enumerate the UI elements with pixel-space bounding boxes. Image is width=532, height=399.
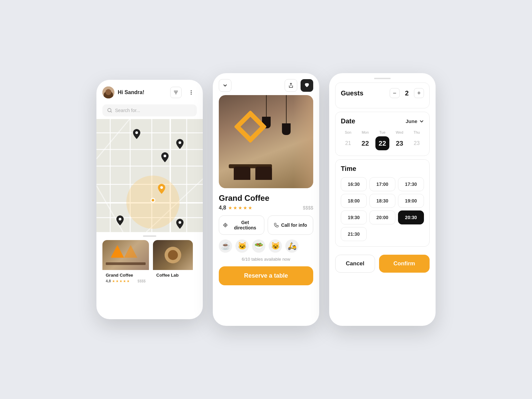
calendar-days: Son 21 Mon 22 Tue 22 Wed 23 Thu 23	[341, 130, 424, 150]
phone-detail-screen: Grand Coffee 4,8 ★ ★ ★ ★ ★ $$$$	[213, 73, 319, 326]
restaurant-meta-1: 4,8 ★ ★ ★ ★ ★ $$$$	[106, 279, 146, 283]
restaurant-card-2[interactable]: Coffee Lab	[153, 240, 193, 286]
map-pin-1	[133, 129, 140, 140]
stars-1: ★ ★ ★ ★ ★	[112, 279, 130, 283]
day-col-wed[interactable]: Wed 23	[392, 130, 407, 150]
confirm-button[interactable]: Confirm	[379, 255, 430, 273]
restaurant-detail-name: Grand Coffee	[219, 194, 313, 203]
svg-line-19	[96, 119, 130, 159]
map-pin-4	[116, 215, 124, 227]
restaurant-hero-image	[219, 95, 313, 188]
time-1800[interactable]: 18:00	[341, 194, 367, 208]
call-for-info-button[interactable]: Call for info	[268, 215, 313, 235]
directions-icon	[223, 223, 227, 227]
filter-button[interactable]	[170, 87, 182, 98]
svg-point-26	[119, 218, 121, 220]
guests-section: Guests − 2 +	[335, 82, 430, 108]
day-col-thu: Thu 23	[409, 130, 424, 150]
search-icon	[107, 108, 112, 113]
user-emoji-4: 😺	[269, 239, 282, 253]
get-directions-button[interactable]: Get directions	[219, 215, 264, 235]
top-actions	[213, 73, 319, 95]
time-1630[interactable]: 16:30	[341, 177, 367, 191]
month-selector[interactable]: June	[406, 118, 424, 124]
time-1930[interactable]: 19:30	[341, 210, 367, 224]
chevron-down-icon-date	[419, 119, 424, 124]
phone-reservation-screen: Guests − 2 + Date June	[329, 73, 436, 326]
action-buttons-right	[285, 79, 313, 92]
cancel-button[interactable]: Cancel	[335, 255, 375, 273]
restaurant-card-1[interactable]: Grand Coffee 4,8 ★ ★ ★ ★ ★	[102, 240, 149, 286]
scroll-indicator	[143, 235, 156, 237]
guests-title: Guests	[341, 89, 363, 97]
time-2130[interactable]: 21:30	[341, 227, 367, 241]
header: Hi Sandra!	[96, 80, 203, 102]
reserve-table-button[interactable]: Reserve a table	[219, 266, 313, 285]
get-directions-label: Get directions	[230, 220, 260, 230]
time-1730[interactable]: 17:30	[398, 177, 424, 191]
decrease-guests-button[interactable]: −	[390, 88, 400, 98]
detail-stars: ★ ★ ★ ★ ★	[228, 205, 252, 210]
header-left: Hi Sandra!	[102, 86, 144, 98]
svg-point-4	[191, 92, 192, 93]
day-col-son: Son 21	[341, 130, 355, 150]
current-location-dot	[151, 198, 155, 202]
avatar	[102, 86, 114, 98]
detail-rating: 4,8	[219, 205, 226, 211]
svg-rect-14	[110, 119, 111, 232]
time-1700[interactable]: 17:00	[369, 177, 395, 191]
restaurant-card-image-1	[102, 240, 149, 270]
meta-left: 4,8 ★ ★ ★ ★ ★	[219, 205, 252, 211]
action-buttons-row: Get directions Call for info	[213, 211, 319, 239]
date-section-header: Date June	[341, 117, 424, 125]
svg-line-7	[111, 111, 112, 112]
phone-map-screen: Hi Sandra!	[96, 80, 203, 319]
time-2030[interactable]: 20:30	[398, 210, 424, 224]
date-section: Date June Son 21 Mon 22 Tue	[335, 112, 430, 156]
svg-point-25	[160, 186, 163, 189]
search-bar[interactable]: Search for...	[102, 104, 197, 116]
restaurant-detail-info: Grand Coffee 4,8 ★ ★ ★ ★ ★ $$$$	[213, 188, 319, 211]
day-col-tue[interactable]: Tue 22	[375, 130, 390, 150]
restaurant-card-info-1: Grand Coffee 4,8 ★ ★ ★ ★ ★	[102, 270, 149, 286]
increase-guests-button[interactable]: +	[414, 88, 424, 98]
map-pin-2	[176, 139, 184, 150]
search-placeholder: Search for...	[115, 108, 140, 113]
phone-notch	[374, 78, 391, 79]
user-avatars: ☕ 🐱 🥗 😺 🛵	[213, 239, 319, 257]
time-1830[interactable]: 18:30	[369, 194, 395, 208]
restaurant-name-2: Coffee Lab	[156, 273, 190, 278]
svg-point-23	[179, 141, 181, 144]
month-label: June	[406, 118, 417, 124]
user-emoji-1: ☕	[219, 239, 232, 253]
share-button[interactable]	[285, 79, 297, 92]
svg-point-30	[225, 224, 226, 226]
svg-point-24	[164, 155, 166, 157]
map-pin-3	[161, 152, 169, 164]
restaurant-price-1: $$$$	[138, 279, 146, 283]
svg-point-6	[108, 108, 111, 112]
more-options-button[interactable]	[186, 87, 197, 98]
tables-availability: 6/10 tables available now	[213, 257, 319, 264]
time-grid: 16:30 17:00 17:30 18:00 18:30 19:00 19:3…	[341, 177, 424, 241]
time-2000[interactable]: 20:00	[369, 210, 395, 224]
time-1900[interactable]: 19:00	[398, 194, 424, 208]
user-emoji-5: 🛵	[285, 239, 299, 253]
svg-point-3	[191, 90, 192, 91]
back-button[interactable]	[219, 79, 231, 92]
day-col-mon[interactable]: Mon 22	[358, 130, 373, 150]
filter-icon	[173, 90, 179, 95]
svg-point-22	[135, 131, 138, 134]
header-icons	[170, 87, 197, 98]
bottom-actions: Cancel Confirm	[329, 250, 436, 279]
chevron-down-icon	[223, 83, 227, 88]
heart-icon	[304, 83, 310, 88]
restaurant-card-info-2: Coffee Lab	[153, 270, 193, 282]
greeting-text: Hi Sandra!	[118, 89, 144, 95]
favorite-button[interactable]	[301, 79, 313, 92]
restaurant-cards: Grand Coffee 4,8 ★ ★ ★ ★ ★	[96, 240, 203, 286]
share-icon	[288, 83, 294, 88]
user-emoji-3: 🥗	[252, 239, 265, 253]
phone-icon	[274, 223, 279, 227]
detail-price: $$$$	[303, 205, 313, 210]
